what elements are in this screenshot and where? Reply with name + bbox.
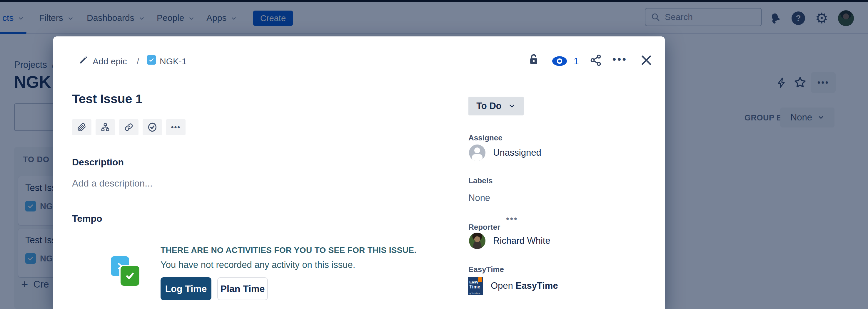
- modal-more-button[interactable]: •••: [613, 54, 627, 65]
- easytime-logo-byline: by TechTime: [469, 292, 480, 294]
- quick-actions-row: •••: [72, 119, 186, 135]
- labels-label: Labels: [468, 176, 493, 185]
- watchers-button[interactable]: 1: [551, 55, 579, 67]
- tempo-heading: Tempo: [72, 213, 102, 224]
- ellipsis-icon: •••: [613, 54, 627, 65]
- assignee-value: Unassigned: [493, 147, 541, 158]
- plan-time-button[interactable]: Plan Time: [217, 277, 268, 300]
- breadcrumb-separator: /: [137, 57, 139, 66]
- easytime-label: EasyTime: [468, 265, 504, 274]
- description-placeholder[interactable]: Add a description...: [72, 178, 153, 189]
- reporter-field[interactable]: Richard White: [469, 233, 551, 249]
- easytime-logo-line2: Time: [469, 284, 480, 289]
- reporter-label: Reporter: [468, 222, 500, 232]
- chevron-down-icon: [508, 102, 516, 110]
- close-modal-button[interactable]: [640, 54, 653, 67]
- close-icon: [640, 54, 653, 67]
- description-heading: Description: [72, 157, 124, 168]
- link-icon: [124, 123, 133, 132]
- task-type-icon: [147, 55, 156, 65]
- subtask-tree-icon: [100, 123, 110, 132]
- share-icon: [589, 54, 602, 67]
- status-value: To Do: [476, 101, 502, 111]
- assignee-label: Assignee: [468, 133, 502, 142]
- restrict-access-button[interactable]: [527, 53, 540, 66]
- add-epic-button[interactable]: [78, 55, 89, 65]
- unassigned-avatar-icon: [469, 144, 486, 161]
- add-child-issue-button[interactable]: [96, 119, 115, 135]
- attach-button[interactable]: [72, 119, 91, 135]
- easytime-logo-icon: Easy Time by TechTime: [468, 277, 483, 295]
- status-dropdown[interactable]: To Do: [468, 97, 524, 115]
- eye-icon: [551, 55, 568, 67]
- watchers-count: 1: [574, 56, 579, 67]
- pencil-icon: [78, 55, 89, 65]
- screen: cts Filters Dashboards People Apps Creat…: [0, 0, 868, 309]
- open-easytime-link[interactable]: Open EasyTime: [491, 280, 558, 291]
- reporter-value: Richard White: [493, 236, 551, 246]
- easytime-logo-line1: Easy: [469, 280, 478, 284]
- unlock-icon: [527, 53, 540, 66]
- issue-detail-modal: Add epic / NGK-1 1 ••• Test Issue 1: [53, 36, 665, 309]
- tempo-empty-title: THERE ARE NO ACTIVITIES FOR YOU TO SEE F…: [160, 246, 416, 255]
- reporter-avatar: [469, 233, 486, 249]
- breadcrumb-add-epic[interactable]: Add epic: [93, 57, 127, 66]
- log-time-button[interactable]: Log Time: [160, 277, 211, 300]
- tempo-logo-icon: [111, 256, 143, 287]
- easytime-field: Easy Time by TechTime Open EasyTime: [468, 277, 558, 295]
- breadcrumb-issue-key[interactable]: NGK-1: [160, 57, 187, 66]
- share-button[interactable]: [589, 54, 602, 67]
- ellipsis-icon: •••: [506, 214, 518, 224]
- link-issue-button[interactable]: [119, 119, 138, 135]
- paperclip-icon: [77, 123, 87, 132]
- tempo-empty-body: You have not recorded any activity on th…: [160, 260, 355, 270]
- open-easytime-name: EasyTime: [516, 280, 558, 291]
- check-circle-icon: [147, 122, 157, 132]
- labels-value[interactable]: None: [468, 193, 490, 203]
- issue-title[interactable]: Test Issue 1: [72, 92, 142, 106]
- tempo-check-card: [121, 266, 140, 286]
- checklist-button[interactable]: [143, 119, 162, 135]
- assignee-field[interactable]: Unassigned: [469, 144, 541, 161]
- more-actions-button[interactable]: •••: [166, 119, 186, 135]
- easytime-puzzle-icon: [478, 277, 482, 282]
- ellipsis-icon: •••: [171, 123, 181, 132]
- tempo-more-button[interactable]: •••: [506, 214, 518, 224]
- open-easytime-prefix: Open: [491, 280, 513, 291]
